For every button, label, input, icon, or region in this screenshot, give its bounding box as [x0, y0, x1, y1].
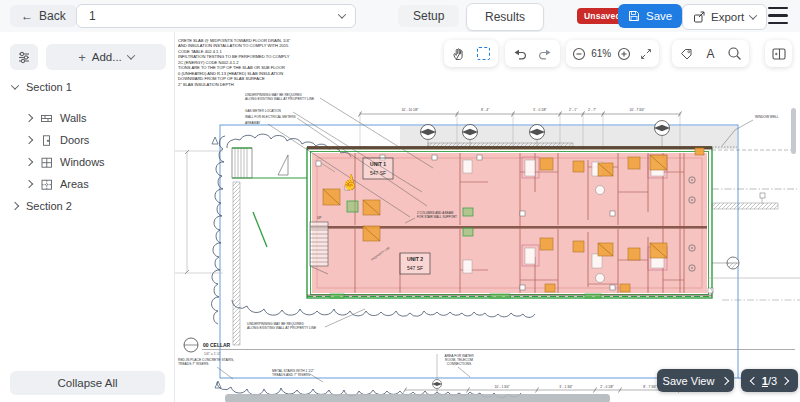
sidebar-item-areas[interactable]: Areas	[0, 173, 175, 195]
fit-screen-button[interactable]	[636, 44, 656, 64]
save-floppy-icon	[628, 10, 640, 22]
water-room-note: AREA FOR WATER ROOM, TELECOM CONNECTIONS	[428, 355, 490, 367]
svg-text:UNIT 2: UNIT 2	[407, 256, 423, 262]
doors-icon	[39, 133, 53, 147]
prev-page-icon[interactable]	[750, 376, 758, 384]
sidebar-item-windows[interactable]: Windows	[0, 151, 175, 173]
dim-label: 5' - 0 1/8"	[533, 108, 546, 112]
chevron-right-icon	[25, 180, 33, 188]
gas-meter-label: GAS METER LOCATION	[245, 109, 281, 113]
back-button[interactable]: ← Back	[10, 5, 77, 27]
section-label: Section 2	[26, 200, 72, 212]
top-bar: ← Back 1 Setup Results Unsaved Save Expo…	[0, 0, 800, 33]
tab-setup[interactable]: Setup	[398, 5, 459, 27]
sidebar-section-1[interactable]: Section 1	[0, 76, 175, 98]
save-view-label: Save View	[663, 375, 715, 387]
item-label: Areas	[60, 178, 89, 190]
dim-label: 8' - 7 3/4"	[643, 385, 656, 389]
areaway-label: AREAWAY	[245, 121, 261, 125]
page-count: 3	[771, 375, 777, 387]
window-well-label: WINDOW WELL	[755, 115, 779, 119]
metal-stairs-note: METAL STAIRS WITH 1 1/2" TREADS AND 7" R…	[272, 370, 314, 378]
search-tool-button[interactable]	[725, 44, 745, 64]
save-view-button[interactable]: Save View	[657, 369, 734, 392]
underpinning-note-bottom: UNDERPINNING MAY BE REQUIRED ALONG EXIST…	[247, 323, 316, 331]
expand-icon	[639, 47, 653, 61]
export-icon	[693, 11, 705, 23]
next-page-icon[interactable]	[781, 376, 789, 384]
page-indicator[interactable]: 1/3	[762, 375, 777, 387]
electrical-meters-label: WALL FOR ELECTRICAL METERS	[245, 115, 296, 119]
dim-label: 10' - 7 3/4"	[629, 108, 644, 112]
panel-toggle-icon	[771, 46, 787, 62]
text-tool-icon: A	[706, 47, 714, 61]
unit1-label: UNIT 1 547 SF	[363, 158, 393, 179]
menu-icon[interactable]	[768, 7, 788, 24]
add-button[interactable]: + Add...	[46, 44, 166, 70]
add-label: Add...	[92, 51, 122, 63]
sidebar-item-doors[interactable]: Doors	[0, 129, 175, 151]
chevron-down-icon	[127, 51, 135, 59]
save-label: Save	[646, 10, 672, 22]
undo-icon	[513, 47, 527, 61]
unit2-label: UNIT 2 547 SF	[400, 253, 430, 274]
tool-card-zoom: 61%	[566, 40, 659, 67]
columns-note: 2 COLUMNS AND A BEAM FOR STAIR WALL SUPP…	[417, 212, 457, 219]
export-button[interactable]: Export	[682, 4, 767, 30]
text-tool-button[interactable]: A	[701, 44, 721, 64]
undo-button[interactable]	[510, 44, 530, 64]
zoom-in-icon	[617, 47, 631, 61]
chevron-right-icon	[25, 114, 33, 122]
chevron-down-icon	[338, 10, 346, 18]
chevron-down-icon	[749, 11, 757, 19]
stairs	[310, 222, 328, 274]
windows-icon	[39, 155, 53, 169]
top-dimension-line	[359, 112, 682, 117]
existing-wall-annex	[232, 148, 307, 345]
sidebar: + Add... Section 1 Walls	[0, 32, 175, 402]
hand-icon	[451, 46, 467, 62]
chevron-down-icon	[11, 81, 19, 89]
chevron-right-icon	[11, 202, 19, 210]
collapse-all-button[interactable]: Collapse All	[10, 371, 165, 395]
filter-button[interactable]	[10, 44, 38, 70]
dim-label: 10' - 10 1/8"	[402, 108, 419, 112]
vertical-scrollbar-thumb[interactable]	[791, 108, 796, 154]
search-icon	[727, 46, 742, 61]
drawing-canvas[interactable]: 10' - 10 1/8" 8' - 4" 5' - 0 1/8" 2' - 1…	[175, 32, 800, 402]
svg-text:UNIT 1: UNIT 1	[370, 161, 386, 167]
chevron-right-icon	[25, 158, 33, 166]
chevron-right-icon	[25, 136, 33, 144]
dim-label: 2' - 7"	[588, 108, 596, 112]
dim-label: 3' - 1 3/4"	[559, 385, 572, 389]
areas-icon	[39, 177, 53, 191]
save-button[interactable]: Save	[618, 4, 682, 28]
marquee-select-tool-button[interactable]	[473, 44, 493, 64]
zoom-out-icon	[572, 47, 586, 61]
takeoff-app: ← Back 1 Setup Results Unsaved Save Expo…	[0, 0, 800, 402]
back-label: Back	[39, 9, 66, 23]
zoom-out-button[interactable]	[569, 44, 589, 64]
zoom-in-button[interactable]	[614, 44, 634, 64]
tag-icon	[679, 47, 693, 61]
site-lines-right	[708, 150, 800, 300]
filter-sliders-icon	[17, 50, 31, 64]
page-select-dropdown[interactable]: 1	[76, 4, 356, 28]
section-label: Section 1	[26, 81, 72, 93]
tag-tool-button[interactable]	[676, 44, 696, 64]
redo-icon	[538, 47, 552, 61]
tab-results[interactable]: Results	[466, 3, 544, 31]
pan-tool-button[interactable]	[449, 44, 469, 64]
dim-label: 2' - 1"	[569, 108, 577, 112]
section-marker-bubble	[727, 257, 739, 269]
sidebar-section-2[interactable]: Section 2	[0, 195, 175, 217]
panel-toggle-button[interactable]	[769, 44, 789, 64]
sidebar-item-walls[interactable]: Walls	[0, 107, 175, 129]
zoom-level: 61%	[591, 48, 611, 59]
floor-plan-svg: 10' - 10 1/8" 8' - 4" 5' - 0 1/8" 2' - 1…	[175, 32, 800, 402]
redo-button[interactable]	[535, 44, 555, 64]
general-notes-text: CRETE SLAB @ MIDPOINTS TOWARD FLOOR DRAI…	[178, 38, 338, 87]
concrete-stairs-note: RED-IN PLACE CONCRETE STAIRS, TREADS 7" …	[178, 359, 234, 367]
svg-text:547 SF: 547 SF	[407, 265, 423, 271]
tool-card-annotate: A	[672, 40, 749, 67]
